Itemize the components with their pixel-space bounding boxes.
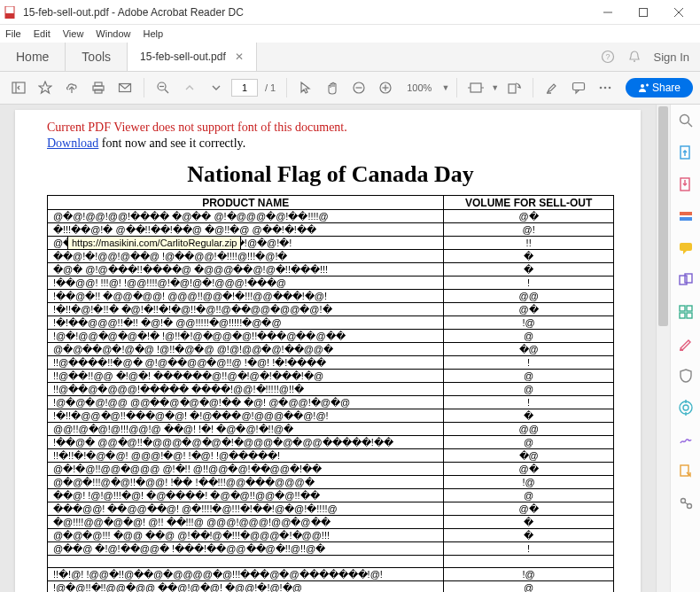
svg-rect-44	[680, 212, 692, 215]
cell-product: !@�!@@�@�@�!� !@!!�!@�@@�@!!���@��@��	[48, 330, 444, 343]
chevron-down-icon[interactable]: ▼	[491, 83, 499, 92]
bell-icon[interactable]	[627, 50, 642, 64]
star-button[interactable]	[34, 76, 57, 99]
save-cloud-button[interactable]	[60, 76, 83, 99]
cell-volume: @!	[444, 223, 614, 237]
protect-icon[interactable]	[677, 367, 695, 385]
table-row: @�!�@!!@@�@@@ @!�!! @!!@@�@!��@@�!��@�	[48, 463, 614, 476]
menu-help[interactable]: Help	[143, 28, 163, 39]
create-pdf-icon[interactable]	[677, 175, 695, 193]
more-tools-icon[interactable]	[677, 495, 695, 512]
cell-volume: �@	[444, 449, 614, 463]
table-row: !��@�!! �@@�@@! @@@!!@@�!�!!!@@���!�@!@@	[48, 290, 614, 303]
table-row: �@!!!!@@�@�@! @!! ��!!!@ @@@!@@@!@@�@���	[48, 516, 614, 529]
tab-document[interactable]: 15-feb-sell-out.pdf ✕	[128, 43, 257, 71]
scrollbar-thumb[interactable]	[658, 106, 668, 326]
comment-button[interactable]	[567, 76, 590, 99]
window-close-button[interactable]	[661, 0, 696, 25]
cell-volume: !@	[444, 476, 614, 489]
cell-product: !!@��@�@@@!����� ����!@@!�!!!!!@!!�	[48, 383, 444, 396]
share-button[interactable]: Share	[626, 78, 693, 97]
cell-product: !!@��!!@@ �!@�! ������@!!@�!@�!���!�@	[48, 370, 444, 383]
cell-volume: �	[444, 409, 614, 423]
menu-view[interactable]: View	[63, 28, 84, 39]
page-number-input[interactable]	[231, 79, 258, 97]
download-link[interactable]: Download	[47, 136, 98, 150]
edit-pdf-icon[interactable]	[677, 207, 695, 225]
select-tool-button[interactable]	[294, 76, 317, 99]
table-row: ��@! !@!@!!!�@! �@����! �@�@!!@@�@!!��@	[48, 489, 614, 502]
svg-rect-26	[471, 83, 481, 92]
organize-pages-icon[interactable]	[677, 303, 695, 321]
cell-product: @�@��@�!@�@ !@!!�@�@ @!@!@@�@!��@@�	[48, 343, 444, 356]
print-button[interactable]	[87, 76, 110, 99]
tab-home[interactable]: Home	[0, 43, 66, 71]
vertical-scrollbar[interactable]	[656, 105, 670, 592]
window-titlebar: 15-feb-sell-out.pdf - Adobe Acrobat Read…	[0, 0, 700, 25]
tab-document-label: 15-feb-sell-out.pdf	[140, 51, 226, 63]
svg-point-35	[641, 84, 644, 88]
cell-product: !�!!�@@�@!!���@�@! �!@���@!@@@��@!@!	[48, 409, 444, 423]
cell-volume: @�	[444, 502, 614, 516]
table-row: @�@�!!!@�@!!�@@! !�� !��!!!@@���@@@�!@	[48, 476, 614, 489]
svg-rect-51	[687, 306, 692, 311]
table-row: !!@����!!�@� @!@��@@�@!!@ !�@! !�!����!	[48, 356, 614, 370]
menu-edit[interactable]: Edit	[34, 28, 51, 39]
svg-marker-11	[39, 82, 51, 93]
panel-toggle-button[interactable]	[7, 76, 30, 99]
email-button[interactable]	[113, 76, 136, 99]
send-icon[interactable]	[677, 463, 695, 480]
page-down-button[interactable]	[205, 76, 228, 99]
hand-tool-button[interactable]	[321, 76, 344, 99]
help-icon[interactable]: ?	[601, 50, 615, 64]
cell-product: !�!!�@!�!!� �@!�!!�!�@!!�@!!@��@@�@@�@!�	[48, 303, 444, 316]
chevron-down-icon[interactable]: ▼	[441, 83, 449, 92]
cell-product: @@!!@�@!@!!!@@!@ ��@! !�! �@�@!�!!@�	[48, 423, 444, 436]
tab-tools[interactable]: Tools	[66, 43, 128, 71]
cell-volume: !	[444, 396, 614, 409]
page-up-button[interactable]	[178, 76, 201, 99]
link-tooltip: https://masikini.com/CarlitoRegular.zip	[67, 236, 241, 250]
window-maximize-button[interactable]	[626, 0, 661, 25]
window-minimize-button[interactable]	[590, 0, 626, 25]
search-icon[interactable]	[677, 112, 695, 129]
zoom-out-find-button[interactable]	[152, 76, 175, 99]
svg-rect-46	[680, 243, 692, 251]
rotate-button[interactable]	[502, 76, 525, 99]
table-row: @@!!@�@!@!!!@@!@ ��@! !�! �@�@!�!!@�@@	[48, 423, 614, 436]
cell-product: !��@� @@�@!!�@@@�@�@�!�@@@�@�@@�����!��	[48, 436, 444, 449]
cell-product: !@�@!!�!!@@�@@ ��@!@�@! �@@!�!@!�@	[48, 581, 444, 593]
close-tab-icon[interactable]: ✕	[235, 51, 244, 63]
compress-icon[interactable]	[677, 399, 695, 417]
fit-width-button[interactable]	[464, 76, 487, 99]
redact-icon[interactable]	[677, 335, 695, 353]
cell-volume: !	[444, 277, 614, 290]
comment-tool-icon[interactable]	[677, 239, 695, 257]
column-header-product: PRODUCT NAME	[48, 196, 444, 210]
cell-volume: !@	[444, 568, 614, 581]
highlight-button[interactable]	[541, 76, 564, 99]
svg-marker-20	[301, 82, 309, 93]
more-button[interactable]	[594, 76, 617, 99]
cell-volume: @@	[444, 290, 614, 303]
cell-product: @�@!@@!@@!���� �@�� @!�@@@�@!��!!!!@	[48, 210, 444, 223]
svg-point-61	[687, 504, 691, 509]
cell-product: �!!!��@!� @��!!��!��@ �@!!�@ @��!�!��	[48, 223, 444, 237]
export-pdf-icon[interactable]	[677, 144, 695, 161]
zoom-in-button[interactable]	[374, 76, 397, 99]
data-table: PRODUCT NAME VOLUME FOR SELL-OUT @�@!@@!…	[47, 195, 614, 592]
sign-in-button[interactable]: Sign In	[654, 51, 689, 64]
svg-point-34	[609, 87, 611, 90]
zoom-out-button[interactable]	[347, 76, 370, 99]
tab-row: Home Tools 15-feb-sell-out.pdf ✕ ? Sign …	[0, 43, 700, 72]
menu-file[interactable]: File	[5, 28, 21, 39]
svg-point-32	[600, 87, 603, 90]
fill-sign-icon[interactable]	[677, 431, 695, 448]
zoom-level[interactable]: 100%	[401, 80, 438, 96]
combine-files-icon[interactable]	[677, 271, 695, 289]
svg-point-8	[634, 60, 635, 62]
cell-product: ��@! !@!@!!!�@! �@����! �@�@!!@@�@!!��	[48, 489, 444, 502]
menu-window[interactable]: Window	[96, 28, 130, 39]
cell-product: @�!�@!!@@�@@@ @!�!! @!!@@�@!��@@�!��	[48, 463, 444, 476]
cell-volume: �	[444, 263, 614, 277]
